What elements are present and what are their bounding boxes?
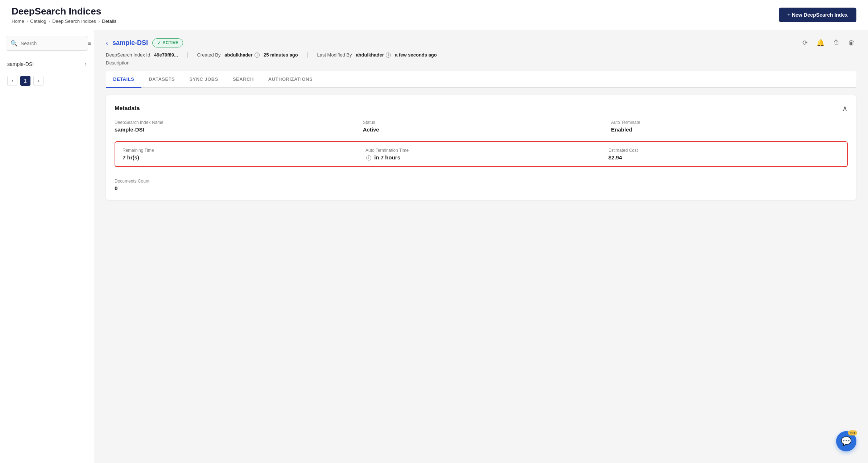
info-icon-modified: i	[386, 53, 391, 58]
sidebar-item-label: sample-DSI	[7, 61, 34, 67]
collapse-button[interactable]: ∧	[842, 104, 848, 113]
modified-by-time: a few seconds ago	[395, 52, 437, 58]
sidebar-pagination: ‹ 1 ›	[0, 71, 94, 90]
top-header: DeepSearch Indices Home › Catalog › Deep…	[0, 0, 868, 30]
field-estimated-cost-label: Estimated Cost	[608, 148, 840, 153]
metadata-top-grid: DeepSearch Index Name sample-DSI Status …	[115, 120, 848, 133]
search-bar-container: 🔍 ≡ ⟳	[6, 36, 88, 51]
modified-by-label: Last Modified By	[317, 52, 352, 58]
back-button[interactable]: ‹	[106, 39, 108, 47]
next-page-button[interactable]: ›	[33, 76, 44, 86]
meta-info-row: DeepSearch Index Id 49e70f89... | Create…	[106, 51, 856, 59]
field-auto-terminate-value: Enabled	[611, 126, 848, 133]
tab-search[interactable]: SEARCH	[226, 71, 261, 88]
field-remaining-time: Remaining Time 7 hr(s)	[123, 148, 354, 160]
field-index-name-value: sample-DSI	[115, 126, 351, 133]
chat-badge: 99+	[848, 430, 857, 435]
field-remaining-time-value: 7 hr(s)	[123, 154, 354, 160]
field-docs-count-value: 0	[115, 185, 848, 191]
card-title: Metadata	[115, 105, 140, 112]
index-id-value: 49e70f89...	[154, 52, 178, 58]
tab-sync-jobs[interactable]: SYNC JOBS	[182, 71, 226, 88]
page-1-button[interactable]: 1	[20, 76, 30, 86]
chat-fab-button[interactable]: 💬 99+	[836, 431, 856, 451]
field-index-name: DeepSearch Index Name sample-DSI	[115, 120, 351, 133]
field-auto-term-time: Auto Termination Time i in 7 hours	[365, 148, 597, 160]
filter-icon[interactable]: ≡	[87, 39, 92, 47]
status-badge: ✓ ACTIVE	[152, 38, 183, 47]
dsi-name: sample-DSI	[112, 39, 148, 47]
status-badge-label: ACTIVE	[162, 40, 178, 45]
docs-section: Documents Count 0	[115, 176, 848, 191]
history-icon-button[interactable]: ⏱	[832, 38, 841, 48]
metadata-card: Metadata ∧ DeepSearch Index Name sample-…	[106, 95, 856, 200]
field-estimated-cost: Estimated Cost $2.94	[608, 148, 840, 160]
field-index-name-label: DeepSearch Index Name	[115, 120, 351, 125]
chevron-right-icon: ›	[84, 60, 87, 68]
field-docs-count: Documents Count 0	[115, 179, 848, 191]
content-area: ‹ sample-DSI ✓ ACTIVE ⟳ 🔔 ⏱ 🗑 DeepSearch…	[94, 30, 868, 463]
prev-page-button[interactable]: ‹	[7, 76, 17, 86]
chat-icon: 💬	[841, 436, 852, 446]
field-auto-terminate: Auto Terminate Enabled	[611, 120, 848, 133]
breadcrumb-sep-2: ›	[49, 18, 50, 24]
breadcrumb: Home › Catalog › Deep Search Indices › D…	[12, 18, 116, 24]
dsi-title-row: ‹ sample-DSI ✓ ACTIVE	[106, 38, 183, 47]
sidebar-item-sample-dsi[interactable]: sample-DSI ›	[0, 57, 94, 71]
meta-sep-1: |	[187, 51, 189, 59]
tab-datasets[interactable]: DATASETS	[141, 71, 182, 88]
info-icon-term-time: i	[366, 155, 371, 160]
field-status-value: Active	[363, 126, 600, 133]
field-status-label: Status	[363, 120, 600, 125]
breadcrumb-details: Details	[102, 18, 116, 24]
sidebar: 🔍 ≡ ⟳ sample-DSI › ‹ 1 ›	[0, 30, 94, 463]
index-id-label-text: DeepSearch Index Id	[106, 52, 150, 58]
field-estimated-cost-value: $2.94	[608, 154, 840, 160]
breadcrumb-home[interactable]: Home	[12, 18, 24, 24]
field-remaining-time-label: Remaining Time	[123, 148, 354, 153]
modified-by-user: abdulkhader	[356, 52, 384, 58]
info-icon-created: i	[255, 53, 260, 58]
search-icon: 🔍	[11, 40, 18, 47]
created-by-time: 25 minutes ago	[264, 52, 298, 58]
breadcrumb-catalog[interactable]: Catalog	[30, 18, 46, 24]
modified-by-info: Last Modified By abdulkhader i a few sec…	[317, 52, 437, 58]
card-header: Metadata ∧	[115, 104, 848, 113]
tabs-bar: DETAILS DATASETS SYNC JOBS SEARCH AUTHOR…	[106, 71, 856, 88]
field-auto-terminate-label: Auto Terminate	[611, 120, 848, 125]
breadcrumb-sep-3: ›	[98, 18, 100, 24]
highlighted-box: Remaining Time 7 hr(s) Auto Termination …	[115, 141, 848, 167]
breadcrumb-deepsearch[interactable]: Deep Search Indices	[52, 18, 96, 24]
created-by-info: Created By abdulkhader i 25 minutes ago	[197, 52, 298, 58]
header-actions: ⟳ 🔔 ⏱ 🗑	[801, 37, 856, 48]
created-by-label: Created By	[197, 52, 220, 58]
field-auto-term-time-value: i in 7 hours	[365, 154, 597, 160]
delete-icon-button[interactable]: 🗑	[847, 38, 856, 48]
meta-sep-2: |	[307, 51, 309, 59]
field-docs-count-label: Documents Count	[115, 179, 848, 184]
created-by-user: abdulkhader	[224, 52, 252, 58]
field-auto-term-time-label: Auto Termination Time	[365, 148, 597, 153]
search-input[interactable]	[21, 41, 84, 46]
sync-button[interactable]: ⟳	[801, 37, 809, 48]
description-label: Description	[106, 60, 856, 66]
bell-icon-button[interactable]: 🔔	[815, 37, 826, 48]
tab-authorizations[interactable]: AUTHORIZATIONS	[261, 71, 320, 88]
header-left: DeepSearch Indices Home › Catalog › Deep…	[12, 6, 116, 24]
new-deepsearch-index-button[interactable]: + New DeepSearch Index	[779, 8, 856, 22]
tab-details[interactable]: DETAILS	[106, 71, 141, 88]
dsi-header: ‹ sample-DSI ✓ ACTIVE ⟳ 🔔 ⏱ 🗑	[106, 37, 856, 48]
index-id-label: DeepSearch Index Id 49e70f89...	[106, 52, 178, 58]
main-layout: 🔍 ≡ ⟳ sample-DSI › ‹ 1 › ‹ sample-DSI	[0, 30, 868, 463]
check-icon: ✓	[157, 40, 161, 46]
breadcrumb-sep-1: ›	[26, 18, 28, 24]
field-status: Status Active	[363, 120, 600, 133]
auto-term-time-text: in 7 hours	[374, 154, 400, 160]
page-title: DeepSearch Indices	[12, 6, 116, 17]
